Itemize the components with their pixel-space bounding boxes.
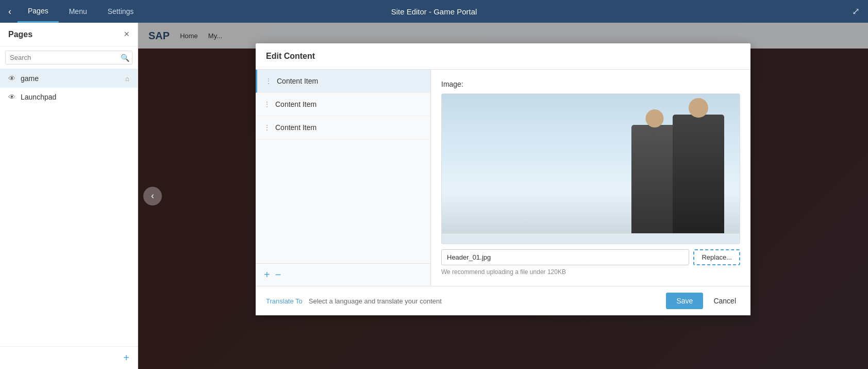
replace-image-button[interactable]: Replace... xyxy=(693,249,740,265)
cancel-button[interactable]: Cancel xyxy=(709,293,740,309)
home-icon: ⌂ xyxy=(125,75,129,83)
sidebar-close-button[interactable]: × xyxy=(124,29,129,40)
content-item-2[interactable]: ⋮ Content Item xyxy=(256,116,430,139)
sidebar-item-label: Launchpad xyxy=(21,93,56,101)
modal-body: ⋮ Content Item ⋮ Content Item ⋮ Content … xyxy=(256,70,750,286)
site-prev-arrow[interactable]: ‹ xyxy=(143,187,162,205)
save-button[interactable]: Save xyxy=(666,293,703,309)
tab-pages[interactable]: Pages xyxy=(18,0,59,23)
content-area: SAP Home My... ‹ Edit Content xyxy=(138,23,868,369)
search-input[interactable] xyxy=(5,51,132,65)
image-label: Image: xyxy=(441,80,740,88)
image-filename-input[interactable] xyxy=(441,249,689,265)
remove-content-item-button[interactable]: − xyxy=(275,269,281,281)
sidebar-item-launchpad[interactable]: 👁 Launchpad xyxy=(0,88,138,106)
expand-icon[interactable]: ⤢ xyxy=(852,6,860,17)
drag-handle-icon: ⋮ xyxy=(265,77,272,85)
person2-figure xyxy=(673,115,724,233)
visibility-icon: 👁 xyxy=(8,74,15,83)
image-bar xyxy=(442,233,740,244)
sidebar-search-area: 🔍 xyxy=(0,46,138,69)
nav-tabs: Pages Menu Settings xyxy=(18,0,144,23)
sidebar-header: Pages × xyxy=(0,23,138,46)
sidebar-items-list: 👁 game ⌂ 👁 Launchpad xyxy=(0,69,138,346)
content-items-list: ⋮ Content Item ⋮ Content Item ⋮ Content … xyxy=(256,70,430,263)
drag-handle-icon: ⋮ xyxy=(264,124,270,131)
modal-title: Edit Content xyxy=(266,52,315,60)
modal-overlay: Edit Content ⋮ Content Item ⋮ xyxy=(138,23,868,369)
edit-content-modal: Edit Content ⋮ Content Item ⋮ xyxy=(256,43,750,315)
add-page-button[interactable]: + xyxy=(123,352,129,364)
content-item-label: Content Item xyxy=(275,100,316,108)
sidebar-item-label: game xyxy=(21,74,39,83)
sidebar-item-game[interactable]: 👁 game ⌂ xyxy=(0,69,138,88)
business-image-bg xyxy=(442,94,740,233)
modal-right-panel: Image: Replace. xyxy=(431,70,750,286)
translate-to-label[interactable]: Translate To xyxy=(266,297,303,305)
image-hint: We recommend uploading a file under 120K… xyxy=(441,268,740,276)
person1-figure xyxy=(631,125,678,233)
page-title: Site Editor - Game Portal xyxy=(391,7,477,16)
tab-menu[interactable]: Menu xyxy=(59,0,97,23)
tab-settings[interactable]: Settings xyxy=(97,0,144,23)
modal-left-panel: ⋮ Content Item ⋮ Content Item ⋮ Content … xyxy=(256,70,431,286)
sidebar-footer: + xyxy=(0,346,138,369)
main-layout: Pages × 🔍 👁 game ⌂ 👁 Launchpad + xyxy=(0,23,868,369)
content-item-label: Content Item xyxy=(277,77,318,85)
image-preview-container xyxy=(441,93,740,244)
visibility-icon: 👁 xyxy=(8,93,15,101)
sidebar: Pages × 🔍 👁 game ⌂ 👁 Launchpad + xyxy=(0,23,138,369)
sidebar-title: Pages xyxy=(8,30,32,39)
image-preview xyxy=(442,94,740,233)
back-button[interactable]: ‹ xyxy=(8,6,11,17)
content-item-label: Content Item xyxy=(275,123,316,132)
modal-footer: Translate To Select a language and trans… xyxy=(256,286,750,315)
top-nav: ‹ Pages Menu Settings Site Editor - Game… xyxy=(0,0,868,23)
add-content-item-button[interactable]: + xyxy=(264,269,270,281)
drag-handle-icon: ⋮ xyxy=(264,101,270,108)
content-item-0[interactable]: ⋮ Content Item xyxy=(256,70,430,93)
search-icon-button[interactable]: 🔍 xyxy=(121,54,129,62)
translate-hint: Select a language and translate your con… xyxy=(309,297,660,305)
modal-header: Edit Content xyxy=(256,43,750,70)
modal-left-footer: + − xyxy=(256,263,430,286)
content-item-1[interactable]: ⋮ Content Item xyxy=(256,93,430,116)
search-wrapper: 🔍 xyxy=(5,51,132,65)
image-file-row: Replace... xyxy=(441,249,740,265)
